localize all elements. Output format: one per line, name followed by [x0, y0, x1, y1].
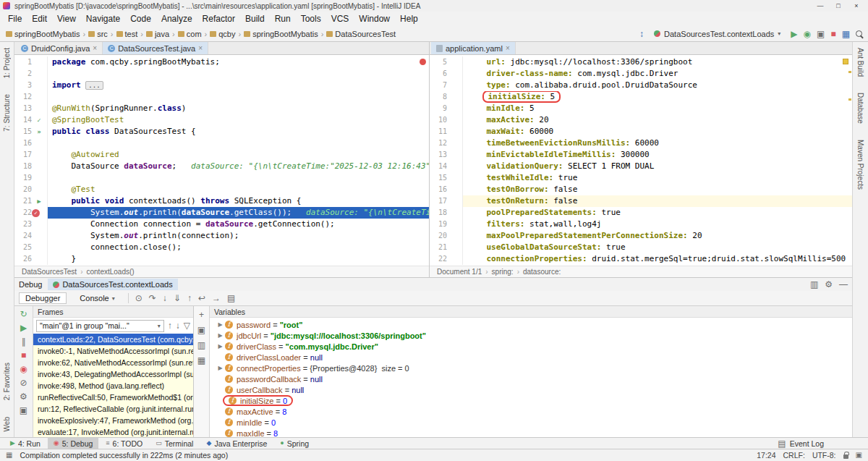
run-icon[interactable]: ▶ — [791, 30, 797, 38]
rerun-icon[interactable]: ↻ — [20, 310, 27, 318]
breadcrumb-item[interactable]: test — [116, 30, 138, 38]
toolwindow-stripe-ant-build[interactable]: Ant Build — [856, 48, 864, 77]
yaml-line[interactable]: 12 timeBetweenEvictionRunsMillis: 60000 — [430, 138, 852, 149]
breadcrumb-item[interactable]: datasource: — [523, 268, 561, 276]
yaml-line[interactable]: 5 url: jdbc:mysql://localhost:3306/sprin… — [430, 56, 852, 68]
debug-bug-icon[interactable]: ◉ — [804, 30, 811, 38]
breadcrumb-item[interactable]: springBootMybatis — [6, 30, 80, 38]
variable-row[interactable]: fpasswordCallback = null — [210, 373, 852, 384]
yaml-line[interactable]: 18 poolPreparedStatements: true — [430, 207, 852, 219]
breadcrumb-item[interactable]: qcby — [210, 30, 235, 38]
stack-frame-row[interactable]: invoke0:-1, NativeMethodAccessorImpl (su… — [33, 345, 193, 357]
code-line[interactable]: 16 — [14, 138, 429, 149]
breadcrumb-item[interactable]: contextLoads() — [87, 268, 135, 276]
menu-item-build[interactable]: Build — [240, 12, 270, 25]
code-line[interactable]: 2 — [14, 68, 429, 80]
yaml-line[interactable]: 15 testWhileIdle: true — [430, 172, 852, 184]
breakpoint-icon[interactable]: ✓ — [32, 209, 40, 217]
mute-breakpoints-icon[interactable]: ⊘ — [20, 378, 27, 387]
variable-row[interactable]: fminIdle = 0 — [210, 417, 852, 428]
run-gutter-icon[interactable]: » — [32, 126, 46, 138]
stack-frame-row[interactable]: invoke:62, NativeMethodAccessorImpl (sun… — [33, 357, 193, 368]
run-to-cursor-icon[interactable]: → — [212, 294, 221, 303]
menu-item-view[interactable]: View — [52, 12, 81, 25]
minimize-button[interactable]: — — [812, 2, 829, 9]
toolwindow-switcher-icon[interactable]: ▦ — [6, 452, 12, 459]
thread-selector[interactable]: "main"@1 in group "mai..." ▾ — [36, 320, 164, 332]
variable-row[interactable]: fuserCallback = null — [210, 384, 852, 395]
code-line[interactable]: 15»public class DataSourcesTest { — [14, 126, 429, 138]
yaml-line[interactable]: 13 minEvictableIdleTimeMillis: 300000 — [430, 149, 852, 161]
menu-item-analyze[interactable]: Analyze — [156, 12, 197, 25]
encoding-indicator[interactable]: UTF-8: — [812, 451, 836, 460]
up-icon[interactable]: ↑ — [168, 321, 172, 330]
settings-icon[interactable]: ⚙ — [825, 280, 833, 289]
drop-frame-icon[interactable]: ↩ — [198, 294, 205, 303]
yaml-line[interactable]: 21 useGlobalDataSourceStat: true — [430, 242, 852, 253]
resume-icon[interactable]: ▶ — [20, 323, 27, 332]
menu-item-vcs[interactable]: VCS — [326, 12, 354, 25]
toolwindow-button-terminal[interactable]: ▭Terminal — [150, 438, 199, 449]
toolwindow-button-java-enterprise[interactable]: ◆Java Enterprise — [200, 438, 273, 449]
code-line[interactable]: 22✓ System.out.println(dataSource.getCla… — [14, 207, 429, 219]
breadcrumb-item[interactable]: src — [88, 30, 108, 38]
code-line[interactable]: 17 @Autowired — [14, 149, 429, 161]
yaml-line[interactable]: 14 validationQuery: SELECT 1 FROM DUAL — [430, 161, 852, 172]
menu-item-run[interactable]: Run — [270, 12, 296, 25]
force-step-into-icon[interactable]: ⇓ — [174, 294, 181, 303]
variable-row[interactable]: finitialSize = 0 — [210, 395, 852, 406]
step-over-icon[interactable]: ↷ — [149, 294, 156, 303]
lock-icon[interactable] — [843, 454, 848, 459]
code-line[interactable]: 25 connection.close(); — [14, 242, 429, 253]
menu-item-refactor[interactable]: Refactor — [197, 12, 240, 25]
menu-item-window[interactable]: Window — [354, 12, 395, 25]
close-button[interactable]: × — [848, 2, 865, 9]
toolwindow-stripe-maven-projects[interactable]: Maven Projects — [856, 140, 864, 190]
yaml-line[interactable]: 22 connectionProperties: druid.stat.merg… — [430, 253, 852, 265]
debug-session-tab[interactable]: DataSourcesTest.contextLoads — [48, 279, 177, 290]
code-line[interactable]: 18 DataSource dataSource; dataSource: "{… — [14, 161, 429, 172]
toolwindow-button-4-run[interactable]: ▶4: Run — [4, 438, 46, 449]
code-line[interactable]: 26 } — [14, 253, 429, 265]
toolwindow-button-spring[interactable]: ●Spring — [274, 438, 315, 449]
breadcrumb-item[interactable]: spring: — [492, 268, 514, 276]
code-line[interactable]: 1package com.qcby.springBootMybatis; — [14, 56, 429, 68]
add-watch-icon[interactable]: + — [199, 310, 204, 319]
maximize-button[interactable]: □ — [830, 2, 847, 9]
code-line[interactable]: 14✓@SpringBootTest — [14, 114, 429, 126]
coverage-icon[interactable]: ▣ — [817, 30, 825, 38]
yaml-code-area[interactable]: 5 url: jdbc:mysql://localhost:3306/sprin… — [430, 55, 852, 266]
run-gutter-icon[interactable]: ▶ — [32, 195, 46, 207]
close-icon[interactable]: × — [506, 44, 510, 52]
toolwindow-stripe-database[interactable]: Database — [856, 93, 864, 124]
breadcrumb-item[interactable]: DataSourcesTest — [326, 30, 396, 38]
filter-icon[interactable]: ▽ — [184, 321, 190, 330]
search-icon[interactable] — [856, 30, 862, 37]
show-execution-point-icon[interactable]: ⊙ — [135, 294, 142, 303]
run-gutter-icon[interactable]: ✓ — [32, 114, 46, 126]
grid-icon[interactable]: ▦ — [842, 30, 850, 38]
yaml-line[interactable]: 9 minIdle: 5 — [430, 103, 852, 114]
step-into-icon[interactable]: ↓ — [163, 294, 167, 303]
yaml-line[interactable]: 10 maxActive: 20 — [430, 114, 852, 126]
stack-frame-row[interactable]: contextLoads:22, DataSourcesTest (com.qc… — [33, 334, 193, 345]
stop-icon[interactable]: ■ — [830, 30, 835, 38]
toolwindow-stripe-7-structure[interactable]: 7: Structure — [3, 94, 11, 132]
breadcrumb-item[interactable]: springBootMybatis — [244, 30, 318, 38]
toolwindow-stripe-1-project[interactable]: 1: Project — [3, 48, 11, 78]
tab-console[interactable]: Console ▾ — [73, 292, 121, 304]
toolwindow-stripe-web[interactable]: Web — [3, 417, 11, 431]
hide-icon[interactable]: — — [839, 280, 848, 289]
stop-icon[interactable]: ■ — [21, 351, 26, 360]
variable-row[interactable]: ▶fdriverClass = "com.mysql.jdbc.Driver" — [210, 341, 852, 352]
tab-debugger[interactable]: Debugger — [19, 292, 67, 304]
run-configuration-select[interactable]: DataSourcesTest.contextLoads ▾ — [650, 29, 785, 39]
layout-icon[interactable]: ▥ — [810, 280, 818, 289]
yaml-line[interactable]: 8 initialSize: 5 — [430, 91, 852, 103]
stack-frame-row[interactable]: invokeExplosively:47, FrameworkMethod (o… — [33, 415, 193, 426]
menu-item-file[interactable]: File — [3, 12, 27, 25]
view-breakpoints-icon[interactable]: ◉ — [20, 365, 27, 373]
breadcrumb-item[interactable]: DataSourcesTest — [22, 268, 77, 276]
stack-frame-row[interactable]: runReflectiveCall:50, FrameworkMethod$1 … — [33, 392, 193, 403]
breadcrumb-item[interactable]: Document 1/1 — [437, 268, 482, 276]
